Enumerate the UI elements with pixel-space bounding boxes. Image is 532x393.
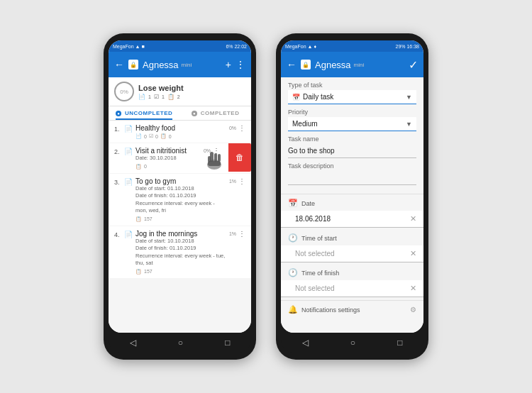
- type-of-task-value: Daily task: [303, 93, 333, 101]
- task-sub-list-1: 📋: [160, 133, 167, 139]
- task-desc-input[interactable]: [288, 171, 416, 185]
- nav-home-2[interactable]: ○: [350, 338, 355, 348]
- app-bar-2: ← 🔒 Agnessa mini ✓: [281, 52, 423, 77]
- task-actions-3: 1% ⋮: [229, 177, 245, 185]
- task-date-3: Date of start: 01.10.2018 Date of finish…: [135, 185, 226, 215]
- type-of-task-label: Type of task: [288, 82, 416, 89]
- nav-square-2[interactable]: □: [397, 338, 402, 348]
- task-actions-1: 0% ⋮: [229, 124, 245, 132]
- task-name-4: Jog in the mornings: [135, 230, 226, 238]
- doc-icon-meta: 📄: [138, 94, 145, 100]
- task-header-info: Lose weight 📄 1 ☑ 1 📋 2: [138, 84, 245, 100]
- check-button-2[interactable]: ✓: [409, 58, 418, 72]
- app-bar-actions-1: + ⋮: [226, 60, 245, 70]
- dropdown-arrow-priority: ▼: [406, 121, 412, 128]
- notifications-label: Notifications settings: [301, 306, 360, 314]
- task-content-1: Healthy food 📄 0 ☑ 0 📋 0: [135, 124, 226, 139]
- back-button-2[interactable]: ←: [287, 60, 297, 70]
- task-more-3[interactable]: ⋮: [238, 177, 245, 185]
- time-start-value: Not selected: [288, 248, 410, 260]
- more-button-1[interactable]: ⋮: [235, 60, 245, 70]
- task-sub-doc-2: 📋: [135, 164, 142, 170]
- clear-time-start-button[interactable]: ✕: [410, 249, 416, 258]
- time-start-input-row[interactable]: Not selected ✕: [281, 245, 423, 262]
- bottom-nav-1: ◁ ○ □: [109, 333, 251, 353]
- nav-back-2[interactable]: ◁: [302, 338, 309, 348]
- task-item-3: 3. 📄 To go to gym Date of start: 01.10.2…: [109, 174, 251, 226]
- notifications-section: 🔔 Notifications settings ⚙: [281, 300, 423, 317]
- task-sub-doc-4: 📋: [135, 269, 142, 275]
- task-content-2: Visit a nitritionist Date: 30.10.2018 📋 …: [135, 147, 201, 170]
- add-button-1[interactable]: +: [226, 60, 231, 70]
- tab-bar: ● UNCOMPLETED ● COMPLETED: [109, 106, 251, 121]
- priority-dropdown[interactable]: Medium ▼: [288, 117, 416, 131]
- task-name-3: To go to gym: [135, 177, 226, 185]
- task-doc-icon-2: 📄: [124, 148, 133, 155]
- task-sub-doc-1: 📄: [135, 133, 142, 139]
- form-section-type: Type of task 📅 Daily task ▼ Priority Med…: [281, 77, 423, 192]
- app-bar-title-1: Agnessa mini: [143, 60, 221, 70]
- priority-value: Medium: [292, 120, 318, 128]
- task-num-1: 1.: [114, 126, 121, 133]
- status-left-2: MegaFon ▲ ♦: [285, 44, 316, 49]
- task-num-4: 4.: [114, 231, 121, 238]
- task-actions-2: 0% ⋮: [204, 147, 220, 155]
- calendar-icon-date: 📅: [288, 199, 298, 208]
- task-name-input[interactable]: Go to the shop: [288, 144, 416, 158]
- nav-back-1[interactable]: ◁: [130, 338, 136, 348]
- task-header-card: 0% Lose weight 📄 1 ☑ 1 📋 2: [109, 77, 251, 106]
- status-bar-2: MegaFon ▲ ♦ 29% 16:38: [281, 40, 423, 52]
- bottom-nav-2: ◁ ○ □: [281, 333, 423, 353]
- task-item-1: 1. 📄 Healthy food 📄 0 ☑ 0 📋 0: [109, 121, 251, 143]
- task-desc-label: Task description: [288, 162, 416, 170]
- task-content-3: To go to gym Date of start: 01.10.2018 D…: [135, 177, 226, 222]
- status-right-2: 29% 16:38: [396, 44, 419, 49]
- task-doc-icon-1: 📄: [124, 125, 133, 133]
- bell-icon-notifications: 🔔: [288, 305, 298, 314]
- task-more-2[interactable]: ⋮: [213, 147, 220, 155]
- task-sub-meta-4: 📋 157: [135, 269, 226, 275]
- phone-1-screen: MegaFon ▲ ■ 6% 22:02 ← 🔒 Agnessa mini + …: [109, 40, 251, 333]
- task-num-3: 3.: [114, 179, 121, 186]
- tab-uncompleted[interactable]: ● UNCOMPLETED: [109, 106, 180, 120]
- phone-1: MegaFon ▲ ■ 6% 22:02 ← 🔒 Agnessa mini + …: [104, 33, 256, 360]
- delete-button-2[interactable]: 🗑: [228, 143, 251, 172]
- task-more-4[interactable]: ⋮: [238, 230, 245, 238]
- tab-completed[interactable]: ● COMPLETED: [180, 106, 252, 120]
- divider-1: [281, 194, 423, 194]
- task-more-1[interactable]: ⋮: [238, 124, 245, 132]
- check-icon-meta: ☑: [154, 94, 159, 100]
- back-button-1[interactable]: ←: [114, 60, 124, 70]
- task-sub-doc-3: 📋: [135, 216, 142, 222]
- date-value: 18.06.2018: [288, 213, 410, 225]
- lock-icon-1: 🔒: [128, 60, 138, 70]
- task-item-2: 2. 📄 Visit a nitritionist Date: 30.10.20…: [109, 143, 251, 173]
- clock-icon-start: 🕐: [288, 233, 298, 243]
- status-left-1: MegaFon ▲ ■: [113, 44, 145, 49]
- time-start-label: Time of start: [301, 235, 337, 242]
- task-name-1: Healthy food: [135, 124, 226, 132]
- time-finish-value: Not selected: [288, 282, 410, 294]
- time-finish-section: 🕐 Time of finish: [281, 265, 423, 280]
- date-input-row[interactable]: 18.06.2018 ✕: [281, 211, 423, 228]
- task-item-4: 4. 📄 Jog in the mornings Date of start: …: [109, 226, 251, 278]
- nav-home-1[interactable]: ○: [178, 338, 183, 348]
- task-doc-icon-3: 📄: [124, 178, 133, 186]
- main-task-title: Lose weight: [138, 84, 245, 92]
- task-date-2: Date: 30.10.2018: [135, 155, 201, 162]
- tab-dot-completed: ●: [192, 111, 197, 116]
- notifications-gear[interactable]: ⚙: [410, 306, 416, 314]
- task-num-2: 2.: [114, 148, 121, 155]
- date-section: 📅 Date: [281, 196, 423, 211]
- clear-date-button[interactable]: ✕: [410, 214, 416, 223]
- time-finish-label: Time of finish: [301, 270, 339, 277]
- clear-time-finish-button[interactable]: ✕: [410, 284, 416, 293]
- task-list: 1. 📄 Healthy food 📄 0 ☑ 0 📋 0: [109, 121, 251, 333]
- tab-dot-uncompleted: ●: [116, 111, 121, 116]
- type-of-task-dropdown[interactable]: 📅 Daily task ▼: [288, 90, 416, 104]
- nav-square-1[interactable]: □: [225, 338, 230, 348]
- lock-icon-2: 🔒: [301, 60, 311, 70]
- phone-2-screen: MegaFon ▲ ♦ 29% 16:38 ← 🔒 Agnessa mini ✓…: [281, 40, 423, 333]
- time-finish-input-row[interactable]: Not selected ✕: [281, 280, 423, 297]
- task-name-2: Visit a nitritionist: [135, 147, 201, 155]
